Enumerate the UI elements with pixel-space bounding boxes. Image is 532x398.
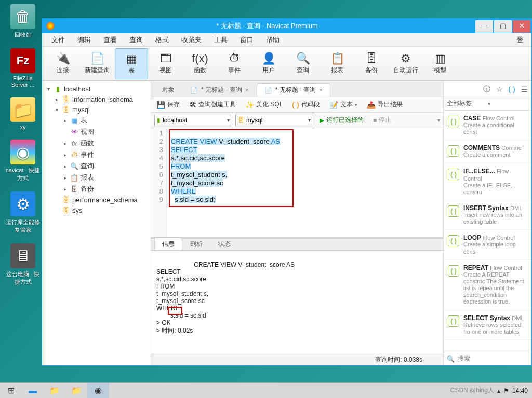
stop-button[interactable]: ■停止: [370, 116, 394, 125]
beautify-sql-button[interactable]: ✨美化 SQL: [243, 99, 285, 110]
tree-performance_schema[interactable]: 🗄performance_schema: [42, 195, 151, 205]
tool-事件[interactable]: ⏱事件: [218, 48, 251, 79]
tree-mysql[interactable]: ▾🗄mysql: [42, 104, 151, 115]
tag-filter[interactable]: 全部标签▾: [444, 97, 531, 111]
tab-对象[interactable]: 对象: [154, 83, 182, 97]
snippet-COMMENTS[interactable]: ( )COMMENTS CommeCreate a comment: [444, 140, 531, 163]
tree-函数[interactable]: ▸fx函数: [42, 138, 151, 149]
tree-备份[interactable]: ▸🗄备份: [42, 183, 151, 195]
explorer-button[interactable]: 📁: [44, 383, 65, 399]
tree-报表[interactable]: ▸📋报表: [42, 172, 151, 183]
login-link[interactable]: 登: [511, 35, 528, 45]
connection-tree[interactable]: ▾▮localhost▸🗄information_schema▾🗄mysql▸▦…: [42, 81, 151, 365]
navicat-task[interactable]: ◉: [87, 383, 109, 399]
tool-备份[interactable]: 🗄备份: [355, 48, 388, 79]
tool-自动运行[interactable]: ⚙自动运行: [389, 48, 422, 79]
snippet-IF...ELSE...[interactable]: ( )IF...ELSE... Flow ControlCreate a IF.…: [444, 163, 531, 200]
desktop-icon-fix[interactable]: ⚙运行库全能修复管家: [4, 191, 42, 234]
text-button[interactable]: 📝文本▾: [327, 99, 360, 110]
taskbar[interactable]: ⊞ ▬ 📁 📁 ◉ CSDN @bing人 ▴ ⚑ 14:40: [0, 382, 532, 398]
tree-表[interactable]: ▸▦表: [42, 115, 151, 126]
db-combo[interactable]: 🗄mysql▾: [235, 115, 313, 126]
tool-新建查询[interactable]: 📄新建查询: [81, 48, 114, 79]
watermark: CSDN @bing人: [450, 386, 494, 395]
outtab-状态[interactable]: 状态: [210, 238, 238, 250]
tool-报表[interactable]: 📋报表: [321, 48, 354, 79]
tree-事件[interactable]: ▸⏱事件: [42, 149, 151, 160]
clock[interactable]: 14:40: [512, 387, 528, 394]
menu-格式[interactable]: 格式: [149, 35, 175, 45]
tool-用户[interactable]: 👤用户: [252, 48, 285, 79]
maximize-button[interactable]: ▢: [494, 20, 512, 33]
app-icon: [46, 22, 55, 30]
search-icon: 🔍: [447, 355, 455, 363]
minimize-button[interactable]: —: [475, 20, 493, 33]
snippet-CASE[interactable]: ( )CASE Flow ControlCreate a conditional…: [444, 111, 531, 140]
navicat-window: * 无标题 - 查询 - Navicat Premium — ▢ ✕ 文件编辑查…: [42, 18, 532, 366]
status-bar: 查询时间: 0.038s: [151, 354, 443, 365]
tool-连接[interactable]: 🔌连接: [46, 48, 79, 79]
desktop-icon-fz[interactable]: FzFileZilla Server ...: [4, 48, 42, 88]
menu-编辑[interactable]: 编辑: [71, 35, 97, 45]
snippet-INSERT Syntax[interactable]: ( )INSERT Syntax DMLInsert new rows into…: [444, 200, 531, 230]
tree-information_schema[interactable]: ▸🗄information_schema: [42, 94, 151, 104]
titlebar[interactable]: * 无标题 - 查询 - Navicat Premium — ▢ ✕: [42, 19, 531, 33]
menu-帮助[interactable]: 帮助: [260, 35, 286, 45]
desktop-icon-folder[interactable]: 📁xy: [4, 97, 42, 130]
tray-up-icon[interactable]: ▴: [497, 387, 500, 394]
tool-表[interactable]: ▦表: [115, 48, 148, 79]
tab-* 无标题 - 查询[interactable]: 📄* 无标题 - 查询×: [182, 83, 257, 97]
output-text: CREATE VIEW V_student_score AS SELECT s.…: [156, 261, 295, 334]
query-toolbar: 💾保存 🛠查询创建工具 ✨美化 SQL ( )代码段 📝文本▾ 📤导出结果: [151, 97, 443, 113]
start-button[interactable]: ⊞: [0, 383, 22, 399]
export-button[interactable]: 📤导出结果: [365, 99, 405, 110]
panel-icon-star[interactable]: ☆: [495, 85, 503, 93]
editor-tabs: 对象📄* 无标题 - 查询×📄* 无标题 - 查询×: [151, 81, 443, 97]
snippet-REPEAT[interactable]: ( )REPEAT Flow ControlCreate A REPEAT co…: [444, 260, 531, 310]
run-button[interactable]: ▶运行已选择的: [316, 116, 367, 125]
tree-sys[interactable]: 🗄sys: [42, 205, 151, 215]
snippet-LOOP[interactable]: ( )LOOP Flow ControlCreate a simple loop…: [444, 230, 531, 259]
panel-icon-info[interactable]: ⓘ: [483, 85, 491, 94]
tree-localhost[interactable]: ▾▮localhost: [42, 84, 151, 94]
taskview-button[interactable]: ▬: [22, 383, 44, 399]
host-combo[interactable]: ▮localhost▾: [154, 115, 232, 126]
tree-视图[interactable]: 👁视图: [42, 126, 151, 138]
tree-查询[interactable]: ▸🔍查询: [42, 160, 151, 172]
tool-函数[interactable]: f(x)函数: [183, 48, 217, 79]
menu-文件[interactable]: 文件: [45, 35, 71, 45]
panel-icon-list[interactable]: ☰: [520, 85, 528, 93]
tab-* 无标题 - 查询[interactable]: 📄* 无标题 - 查询×: [257, 83, 331, 97]
tray-flag-icon[interactable]: ⚑: [503, 387, 509, 394]
outtab-信息[interactable]: 信息: [154, 238, 182, 250]
sql-editor[interactable]: 123456789 CREATE VIEW V_student_score AS…: [151, 128, 443, 237]
menubar: 文件编辑查看查询格式收藏夹工具窗口帮助 登: [42, 33, 531, 47]
main-toolbar: 🔌连接📄新建查询▦表🗔视图f(x)函数⏱事件👤用户🔍查询📋报表🗄备份⚙自动运行▥…: [42, 47, 531, 81]
window-title: * 无标题 - 查询 - Navicat Premium: [59, 21, 475, 31]
code-snippet-button[interactable]: ( )代码段: [290, 99, 322, 110]
ok-highlight: [168, 307, 182, 315]
outtab-剖析[interactable]: 剖析: [182, 238, 210, 250]
tool-视图[interactable]: 🗔视图: [149, 48, 182, 79]
menu-收藏夹[interactable]: 收藏夹: [175, 35, 208, 45]
query-builder-button[interactable]: 🛠查询创建工具: [187, 99, 238, 110]
snippet-SELECT Syntax[interactable]: ( )SELECT Syntax DMLRetrieve rows select…: [444, 310, 531, 340]
tool-模型[interactable]: ▥模型: [423, 48, 457, 79]
tool-查询[interactable]: 🔍查询: [286, 48, 320, 79]
menu-窗口[interactable]: 窗口: [234, 35, 260, 45]
desktop-icon-recycle[interactable]: 🗑回收站: [4, 4, 42, 39]
output-tabs: 信息剖析状态: [151, 237, 443, 251]
snippet-search[interactable]: 🔍搜索: [444, 352, 531, 365]
menu-查询[interactable]: 查询: [123, 35, 149, 45]
close-button[interactable]: ✕: [513, 20, 530, 33]
menu-工具[interactable]: 工具: [208, 35, 234, 45]
output-panel[interactable]: CREATE VIEW V_student_score AS SELECT s.…: [151, 251, 443, 354]
menu-查看[interactable]: 查看: [97, 35, 123, 45]
desktop-icon-navi[interactable]: ◉navicat - 快捷方式: [4, 140, 42, 182]
desktop-icon-pc[interactable]: 🖥这台电脑 - 快捷方式: [4, 243, 42, 286]
explorer2-button[interactable]: 📁: [65, 383, 87, 399]
panel-icon-snippet[interactable]: ( ): [508, 85, 516, 93]
snippets-panel: ⓘ ☆ ( ) ☰ 全部标签▾ ( )CASE Flow ControlCrea…: [443, 81, 531, 365]
menu-dropdown-icon[interactable]: ▾: [437, 117, 440, 123]
save-button[interactable]: 💾保存: [154, 99, 182, 110]
